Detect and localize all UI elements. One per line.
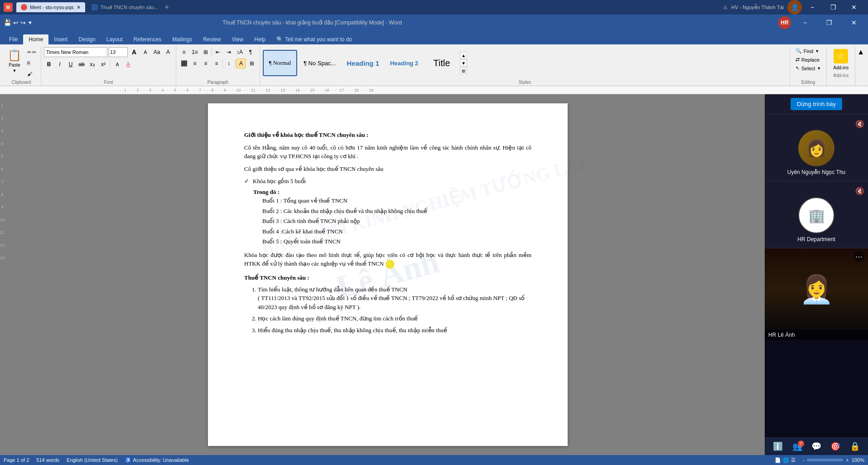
tab-references[interactable]: References (128, 34, 167, 44)
minimize-btn[interactable]: − (802, 0, 823, 15)
font-shrink-btn[interactable]: A (140, 47, 150, 57)
close-btn[interactable]: ✕ (844, 0, 864, 15)
zoom-out-btn[interactable]: - (803, 457, 805, 463)
font-name-input[interactable] (44, 47, 107, 57)
tab-file[interactable]: File (4, 34, 23, 44)
tab-view[interactable]: View (227, 34, 249, 44)
font-color-btn[interactable]: A (123, 59, 133, 69)
subscript-btn[interactable]: x₂ (87, 59, 97, 69)
tab-home[interactable]: Home (23, 34, 48, 44)
align-right-btn[interactable]: ≡ (201, 58, 211, 68)
style-normal[interactable]: ¶ Normal (263, 50, 297, 76)
chat-btn[interactable]: 💬 (811, 441, 821, 451)
font-name-row: A A Aa A (44, 47, 173, 57)
text-effects-btn[interactable]: A (163, 47, 173, 57)
paste-dropdown[interactable]: ▼ (13, 68, 17, 73)
styles-content: ¶ Normal ¶ No Spac... Heading 1 Heading … (263, 47, 787, 79)
style-title[interactable]: Title (424, 50, 459, 76)
tell-me-area[interactable]: 🔍 Tell me what you want to do (271, 34, 357, 44)
format-painter-btn[interactable]: 🖌 (25, 69, 38, 79)
document-area[interactable]: Lê Ánh BÀO GĂM KINH NGHIỆM TƯỚNG LAI Giớ… (11, 94, 765, 455)
change-case-btn[interactable]: Aa (152, 47, 162, 57)
highlight-color-btn[interactable]: A (112, 59, 122, 69)
presenter-name: HR Lê Ánh (768, 332, 795, 338)
increase-indent-btn[interactable]: ⇥ (224, 47, 234, 57)
line-spacing-btn[interactable]: ↕ (224, 58, 234, 68)
style-nospace[interactable]: ¶ No Spac... (299, 50, 340, 76)
style-heading2[interactable]: Heading 2 (386, 50, 423, 76)
ribbon-restore-btn[interactable]: ❐ (819, 15, 840, 30)
more-options-btn[interactable]: ⋯ (854, 251, 864, 262)
qa-redo-btn[interactable]: ↪ (20, 19, 26, 26)
sidebar-panel: Dừng trình bày 🔇 👩 Uyên Nguyễn Ngọc Thu … (765, 94, 868, 455)
qa-undo-btn[interactable]: ↩ (13, 19, 19, 26)
ribbon-minimize-btn[interactable]: − (795, 15, 815, 30)
tab-meet-close[interactable]: ✕ (77, 5, 81, 10)
zoom-in-btn[interactable]: + (846, 457, 849, 463)
qa-extra-btn[interactable]: ▼ (28, 20, 33, 25)
left-margin: 12345678910111213 (0, 94, 11, 455)
sort-btn[interactable]: ↕A (235, 47, 245, 57)
paste-btn[interactable]: 📋 Paste ▼ (5, 47, 24, 75)
tab-layout[interactable]: Layout (101, 34, 128, 44)
addins-label: Add-ins (833, 65, 849, 70)
strikethrough-btn[interactable]: ab (77, 59, 87, 69)
zoom-slider[interactable] (807, 459, 843, 461)
font-size-input[interactable] (109, 47, 128, 57)
bullets-btn[interactable]: ≡ (179, 47, 189, 57)
bold-btn[interactable]: B (44, 59, 54, 69)
style-heading1[interactable]: Heading 1 (342, 50, 384, 76)
tab-review[interactable]: Review (198, 34, 226, 44)
addin-icon[interactable]: ⭐ (834, 49, 848, 63)
user-avatar-title[interactable]: HR (778, 16, 791, 29)
multilevel-btn[interactable]: ⊞ (201, 47, 211, 57)
replace-btn[interactable]: ⇄ Replace (793, 56, 822, 63)
borders-btn[interactable]: ⊞ (247, 58, 257, 68)
find-btn[interactable]: 🔍 Find ▼ (793, 47, 822, 55)
people-btn[interactable]: 👥 7 (792, 441, 802, 451)
font-grow-btn[interactable]: A (129, 47, 139, 57)
show-marks-btn[interactable]: ¶ (246, 47, 256, 57)
numbering-btn[interactable]: 1≡ (190, 47, 200, 57)
print-view-btn[interactable]: 📄 (775, 457, 781, 463)
outline-view-btn[interactable]: ☰ (791, 457, 796, 463)
style-scroll-up[interactable]: ▲ (460, 52, 467, 59)
tab-design[interactable]: Design (73, 34, 101, 44)
select-btn[interactable]: ↖ Select ▼ (793, 64, 824, 72)
web-view-btn[interactable]: 🌐 (783, 457, 789, 463)
style-scroll-down[interactable]: ▼ (460, 59, 467, 67)
accessibility-status: ♿ Accessibility: Unavailable (125, 457, 189, 463)
tab-help[interactable]: Help (249, 34, 271, 44)
superscript-btn[interactable]: x² (98, 59, 108, 69)
accessibility-label: Accessibility: Unavailable (133, 457, 189, 463)
ribbon-close-btn[interactable]: ✕ (844, 15, 864, 30)
find-dropdown[interactable]: ▼ (815, 49, 819, 53)
activities-btn[interactable]: 🎯 (830, 441, 840, 451)
new-tab-btn[interactable]: + (164, 3, 169, 11)
tab-word[interactable]: Thuế TNCN chuyên sâu... (87, 2, 163, 12)
tab-meet[interactable]: Meet - sto-nyss-pqs ✕ (16, 2, 85, 12)
style-expand[interactable]: ⊞ (460, 67, 467, 74)
tab-mailings[interactable]: Mailings (167, 34, 198, 44)
restore-btn[interactable]: ❐ (823, 0, 844, 15)
align-center-btn[interactable]: ≡ (190, 58, 200, 68)
qa-save-btn[interactable]: 💾 (4, 19, 11, 26)
cut-btn[interactable]: ✂ ✂ (25, 47, 38, 57)
ribbon-collapse-btn[interactable]: ▲ (855, 46, 866, 58)
underline-btn[interactable]: U (66, 59, 76, 69)
shading-btn[interactable]: A (236, 58, 246, 68)
decrease-indent-btn[interactable]: ⇤ (213, 47, 223, 57)
zoom-controls: - + 100% (803, 457, 864, 463)
select-dropdown[interactable]: ▼ (817, 66, 821, 71)
info-btn[interactable]: ℹ️ (773, 441, 783, 451)
justify-btn[interactable]: ≡ (212, 58, 222, 68)
copy-btn[interactable]: ⎘ (25, 58, 38, 68)
window-controls: − ❐ ✕ (802, 0, 864, 15)
para-row-1: ≡ 1≡ ⊞ ⇤ ⇥ ↕A ¶ (179, 47, 256, 57)
tell-me-label: Tell me what you want to do (285, 36, 352, 43)
align-left-btn[interactable]: ⬛ (179, 58, 189, 68)
lock-btn[interactable]: 🔒 (850, 441, 860, 451)
tab-insert[interactable]: Insert (48, 34, 73, 44)
present-btn[interactable]: Dừng trình bày (791, 98, 842, 110)
italic-btn[interactable]: I (55, 59, 65, 69)
